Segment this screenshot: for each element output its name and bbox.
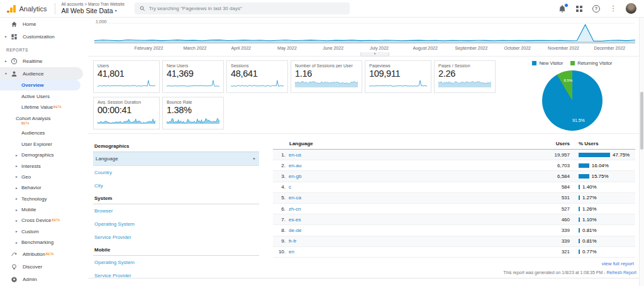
pct-value: 0.81% [582, 228, 597, 233]
breadcrumb: All accounts > Marco Tran Website [62, 2, 125, 7]
sidebar-item-label: Realtime [23, 58, 43, 64]
dimension-link-demographics-country[interactable]: Country [93, 166, 259, 179]
dimension-link-demographics-city[interactable]: City [93, 179, 259, 192]
sidebar-item-label: Admin [23, 277, 37, 282]
column-header-pct-users: % Users [570, 141, 635, 146]
language-link-en-ca[interactable]: en-ca [289, 195, 533, 201]
language-link-c[interactable]: c [289, 184, 533, 190]
dimension-link-mobile-screen-resolution[interactable]: Screen Resolution [93, 282, 259, 286]
sidebar-subitem-technology[interactable]: ▸Technology [0, 194, 88, 204]
app-header: Analytics All accounts > Marco Tran Webs… [0, 0, 644, 18]
beta-badge: BETA [46, 253, 54, 256]
language-link-en-gb[interactable]: en-gb [289, 173, 533, 179]
chevron-down-icon: ▾ [5, 72, 10, 75]
scrollbar-thumb[interactable] [640, 92, 643, 150]
help-icon[interactable]: ? [592, 4, 601, 13]
notifications-icon[interactable] [558, 4, 567, 13]
pct-bar [579, 185, 580, 189]
dimension-link-system-service-provider[interactable]: Service Provider [93, 231, 259, 244]
row-rank: 1. [273, 152, 286, 158]
pct-value: 47.75% [613, 152, 630, 158]
dimension-link-system-browser[interactable]: Browser [93, 204, 259, 217]
month-label: March 2022 [172, 46, 218, 50]
sidebar-subitem-custom[interactable]: ▸Custom [0, 226, 88, 237]
avatar[interactable] [626, 3, 636, 14]
users-value: 460 [533, 217, 570, 223]
sidebar-subitem-behavior[interactable]: ▸Behavior [0, 182, 88, 193]
beta-badge: BETA [52, 219, 60, 222]
dimension-link-system-operating-system[interactable]: Operating System [93, 217, 259, 231]
property-name: All Web Site Data [62, 7, 113, 15]
metric-card-number-of-sessions-per-user[interactable]: Number of Sessions per User1.16 [291, 60, 362, 93]
sidebar-item-audience[interactable]: ▾Audience [0, 67, 83, 80]
language-link-de-de[interactable]: de-de [289, 228, 533, 233]
pct-users-cell: 16.04% [570, 163, 635, 168]
sidebar-subitem-active-users[interactable]: Active Users [0, 91, 88, 101]
metric-card-avg-session-duration[interactable]: Avg. Session Duration00:00:41 [93, 97, 160, 129]
sidebar-item-label: Active Users [21, 94, 50, 99]
metric-card-sessions[interactable]: Sessions48,641 [226, 60, 288, 93]
panel-group-title-mobile: Mobile [93, 244, 259, 256]
metric-card-new-users[interactable]: New Users41,369 [162, 60, 224, 93]
row-rank: 10. [273, 249, 286, 255]
dimension-link-demographics-language[interactable]: Language▸ [93, 152, 259, 166]
beta-badge: BETA [21, 122, 30, 125]
view-full-report-link[interactable]: view full report [601, 261, 634, 267]
sidebar-subitem-benchmarking[interactable]: ▸Benchmarking [0, 237, 88, 248]
header-divider [55, 3, 55, 14]
metric-card-bounce-rate[interactable]: Bounce Rate1.38% [162, 97, 224, 129]
legend-label: Returning Visitor [577, 60, 612, 66]
metric-card-users[interactable]: Users41,801 [93, 60, 160, 93]
metric-label: Bounce Rate [167, 100, 219, 104]
sidebar-item-realtime[interactable]: ▸Realtime [0, 55, 88, 67]
search-icon [140, 6, 145, 11]
sidebar-item-home[interactable]: Home [0, 18, 88, 30]
sidebar-subitem-user-explorer[interactable]: User Explorer [0, 139, 88, 150]
property-selector[interactable]: All Web Site Data ▾ [62, 7, 125, 15]
sidebar-item-admin[interactable]: Admin [0, 273, 88, 285]
metric-label: New Users [167, 63, 219, 68]
users-value: 19,957 [533, 152, 570, 158]
pct-users-cell: 47.75% [570, 152, 635, 158]
sidebar-item-customization[interactable]: ▸Customization [0, 30, 88, 43]
metric-sparkline [369, 79, 427, 87]
analytics-logo-icon [7, 4, 16, 13]
sidebar-subitem-geo[interactable]: ▸Geo [0, 172, 88, 182]
metric-card-pageviews[interactable]: Pageviews109,911 [365, 60, 431, 93]
sidebar-item-discover[interactable]: Discover [0, 260, 88, 273]
users-timeline-chart [94, 21, 635, 45]
more-vert-icon[interactable]: ⋮ [609, 4, 618, 13]
visitor-type-pie-chart: 8.5% 91.5% [542, 70, 602, 131]
language-link-en-au[interactable]: en-au [289, 163, 533, 168]
language-link-es-es[interactable]: es-es [289, 217, 533, 223]
sidebar-item-label: Cross Device [21, 217, 52, 223]
language-link-fr-fr[interactable]: fr-fr [289, 238, 533, 244]
language-link-zh-cn[interactable]: zh-cn [289, 206, 533, 212]
sidebar-item-attribution[interactable]: AttributionBETA [0, 248, 88, 260]
refresh-report-link[interactable]: Refresh Report [607, 270, 636, 275]
users-value: 339 [533, 228, 570, 233]
language-link-en-us[interactable]: en-us [289, 152, 533, 158]
timeline-chart-section: 1,000 February 2022March 2022April 2022M… [88, 18, 639, 57]
sidebar-subitem-demographics[interactable]: ▸Demographics [0, 150, 88, 160]
apps-grid-icon[interactable] [575, 4, 584, 13]
legend-swatch-returning-visitor [570, 61, 575, 65]
sidebar-subitem-mobile[interactable]: ▸Mobile [0, 204, 88, 215]
sidebar-subitem-overview[interactable]: Overview [0, 80, 80, 91]
sidebar-subitem-cohort-analysis[interactable]: Cohort AnalysisBETA [0, 113, 88, 128]
sidebar-subitem-interests[interactable]: ▸Interests [0, 160, 88, 171]
sidebar-item-label: Overview [21, 82, 44, 88]
beta-badge: BETA [53, 106, 62, 109]
sidebar-subitem-cross-device[interactable]: ▸Cross DeviceBETA [0, 215, 88, 226]
search-box[interactable] [135, 3, 350, 14]
metric-card-pages-session[interactable]: Pages / Session2.26 [434, 60, 496, 93]
pct-users-cell: 1.26% [570, 206, 635, 212]
sidebar-subitem-audiences[interactable]: Audiences [0, 128, 88, 138]
metric-label: Pageviews [369, 63, 427, 68]
search-input[interactable] [149, 6, 345, 11]
timeline-collapse-tab[interactable]: ▾ [360, 52, 389, 57]
language-link-en[interactable]: en [289, 249, 533, 255]
pct-users-cell: 15.75% [570, 173, 635, 179]
report-footer: This report was generated on 1/8/23 at 1… [88, 267, 639, 278]
sidebar-subitem-lifetime-value[interactable]: Lifetime ValueBETA [0, 102, 88, 113]
